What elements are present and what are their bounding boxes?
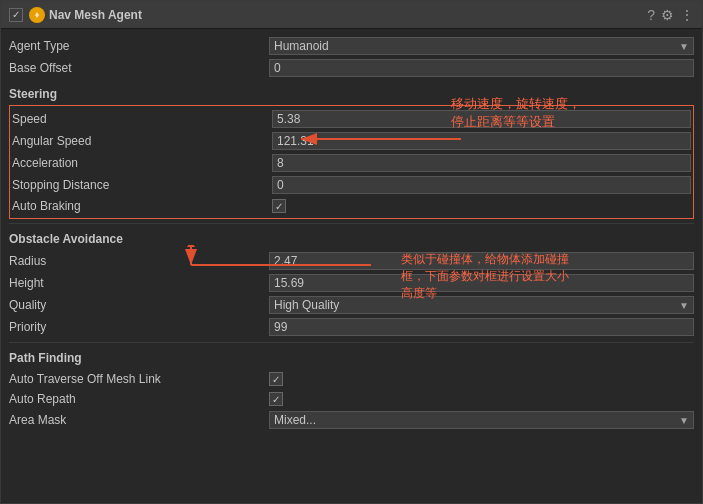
height-input[interactable] bbox=[269, 274, 694, 292]
speed-row: Speed bbox=[12, 108, 691, 130]
obstacle-section-header: Obstacle Avoidance bbox=[9, 232, 694, 246]
base-offset-row: Base Offset bbox=[9, 57, 694, 79]
stopping-distance-label: Stopping Distance bbox=[12, 178, 272, 192]
agent-type-value: Humanoid ▼ bbox=[269, 37, 694, 55]
auto-braking-value bbox=[272, 199, 691, 213]
dropdown-arrow-icon: ▼ bbox=[679, 41, 689, 52]
radius-input[interactable] bbox=[269, 252, 694, 270]
auto-traverse-label: Auto Traverse Off Mesh Link bbox=[9, 372, 269, 386]
auto-braking-label: Auto Braking bbox=[12, 199, 272, 213]
content-area: Agent Type Humanoid ▼ Base Offset Steeri… bbox=[1, 29, 702, 503]
quality-dropdown[interactable]: High Quality ▼ bbox=[269, 296, 694, 314]
base-offset-input[interactable] bbox=[269, 59, 694, 77]
agent-type-row: Agent Type Humanoid ▼ bbox=[9, 35, 694, 57]
quality-dropdown-arrow-icon: ▼ bbox=[679, 300, 689, 311]
auto-traverse-row: Auto Traverse Off Mesh Link bbox=[9, 369, 694, 389]
height-row: Height bbox=[9, 272, 694, 294]
angular-speed-value bbox=[272, 132, 691, 150]
stopping-distance-input[interactable] bbox=[272, 176, 691, 194]
quality-value: High Quality ▼ bbox=[269, 296, 694, 314]
priority-row: Priority bbox=[9, 316, 694, 338]
steering-section-header: Steering bbox=[9, 87, 694, 101]
priority-label: Priority bbox=[9, 320, 269, 334]
area-mask-label: Area Mask bbox=[9, 413, 269, 427]
auto-traverse-checkbox[interactable] bbox=[269, 372, 283, 386]
menu-icon[interactable]: ⋮ bbox=[680, 7, 694, 23]
agent-type-dropdown[interactable]: Humanoid ▼ bbox=[269, 37, 694, 55]
nav-icon bbox=[29, 7, 45, 23]
panel-title: Nav Mesh Agent bbox=[49, 8, 647, 22]
header-icons: ? ⚙ ⋮ bbox=[647, 7, 694, 23]
nav-mesh-agent-panel: Nav Mesh Agent ? ⚙ ⋮ Agent Type Humanoid… bbox=[0, 0, 703, 504]
divider-pathfinding bbox=[9, 342, 694, 343]
auto-repath-checkbox[interactable] bbox=[269, 392, 283, 406]
acceleration-input[interactable] bbox=[272, 154, 691, 172]
acceleration-label: Acceleration bbox=[12, 156, 272, 170]
base-offset-label: Base Offset bbox=[9, 61, 269, 75]
quality-row: Quality High Quality ▼ bbox=[9, 294, 694, 316]
priority-input[interactable] bbox=[269, 318, 694, 336]
auto-repath-value bbox=[269, 392, 694, 406]
speed-label: Speed bbox=[12, 112, 272, 126]
panel-header: Nav Mesh Agent ? ⚙ ⋮ bbox=[1, 1, 702, 29]
auto-traverse-value bbox=[269, 372, 694, 386]
acceleration-row: Acceleration bbox=[12, 152, 691, 174]
auto-braking-checkbox[interactable] bbox=[272, 199, 286, 213]
area-mask-value: Mixed... ▼ bbox=[269, 411, 694, 429]
area-mask-row: Area Mask Mixed... ▼ bbox=[9, 409, 694, 431]
acceleration-value bbox=[272, 154, 691, 172]
auto-repath-label: Auto Repath bbox=[9, 392, 269, 406]
height-value bbox=[269, 274, 694, 292]
agent-type-label: Agent Type bbox=[9, 39, 269, 53]
pathfinding-section-header: Path Finding bbox=[9, 351, 694, 365]
auto-braking-row: Auto Braking bbox=[12, 196, 691, 216]
stopping-distance-row: Stopping Distance bbox=[12, 174, 691, 196]
height-label: Height bbox=[9, 276, 269, 290]
base-offset-value bbox=[269, 59, 694, 77]
radius-row: Radius bbox=[9, 250, 694, 272]
area-mask-dropdown-arrow-icon: ▼ bbox=[679, 415, 689, 426]
divider-obstacle bbox=[9, 223, 694, 224]
speed-value bbox=[272, 110, 691, 128]
radius-value bbox=[269, 252, 694, 270]
speed-input[interactable] bbox=[272, 110, 691, 128]
steering-box: Speed Angular Speed Acceleration bbox=[9, 105, 694, 219]
radius-label: Radius bbox=[9, 254, 269, 268]
angular-speed-row: Angular Speed bbox=[12, 130, 691, 152]
enable-checkbox[interactable] bbox=[9, 8, 23, 22]
settings-icon[interactable]: ⚙ bbox=[661, 7, 674, 23]
help-icon[interactable]: ? bbox=[647, 7, 655, 23]
quality-label: Quality bbox=[9, 298, 269, 312]
angular-speed-input[interactable] bbox=[272, 132, 691, 150]
priority-value bbox=[269, 318, 694, 336]
area-mask-dropdown[interactable]: Mixed... ▼ bbox=[269, 411, 694, 429]
stopping-distance-value bbox=[272, 176, 691, 194]
auto-repath-row: Auto Repath bbox=[9, 389, 694, 409]
angular-speed-label: Angular Speed bbox=[12, 134, 272, 148]
